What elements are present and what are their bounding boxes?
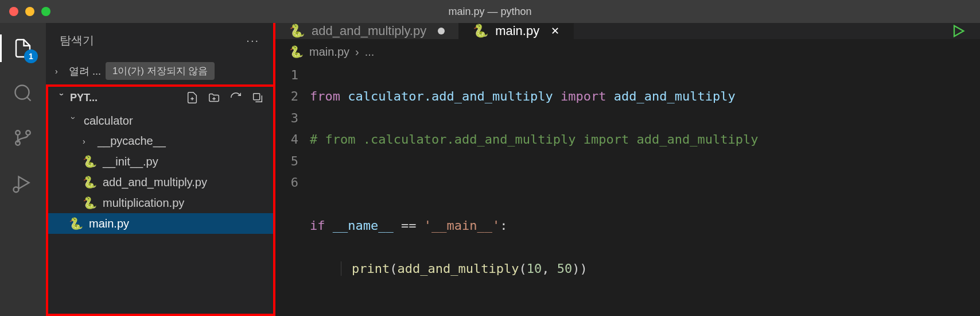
tab-main[interactable]: 🐍 main.py ✕ [459,23,574,39]
tree-item-label: calculator [84,114,133,128]
open-editors-label: 열려 ... [69,64,101,78]
tree-item-label: multiplication.py [103,196,184,210]
svg-line-1 [27,97,31,101]
chevron-down-icon: › [69,117,78,126]
chevron-right-icon: › [83,137,92,146]
code-token: : [500,218,507,233]
new-file-icon[interactable] [186,91,199,104]
project-tree-section: › PYT... › calculator › __pycache__ [46,84,273,316]
sidebar-title: 탐색기 [60,33,94,48]
code-token: from [310,89,340,103]
tree-item-label: __init__.py [103,155,158,168]
editor-area: 🐍 add_and_multiply.py 🐍 main.py ✕ 🐍 main… [275,23,980,316]
python-icon: 🐍 [289,45,304,59]
sidebar-header: 탐색기 ··· [46,23,273,57]
tree-file-init[interactable]: 🐍 __init__.py [48,151,273,172]
line-number: 4 [275,129,298,150]
window-title: main.py — python [448,6,531,18]
refresh-icon[interactable] [230,91,242,104]
tree-file-add-multiply[interactable]: 🐍 add_and_multiply.py [48,172,273,192]
file-tree: › calculator › __pycache__ 🐍 __init__.py… [48,109,273,236]
code-token: __name__ [333,218,394,233]
sidebar-more-icon[interactable]: ··· [246,34,259,47]
svg-point-6 [14,187,19,192]
close-window-button[interactable] [9,7,18,16]
git-branch-icon [13,128,33,148]
breadcrumb-rest: ... [365,45,375,59]
explorer-activity[interactable]: 1 [9,34,37,62]
play-icon [950,23,966,39]
code-token: import [561,89,606,103]
code-token: add_and_multiply [614,89,736,103]
tree-folder-calculator[interactable]: › calculator [48,111,273,131]
line-number: 1 [275,64,298,86]
search-activity[interactable] [9,79,37,107]
breadcrumb-file: main.py [309,45,349,59]
code-token: print [352,261,390,276]
chevron-right-icon: › [55,67,64,76]
dirty-indicator-icon [438,28,445,34]
code-token: '__main__' [424,218,500,233]
python-icon: 🐍 [69,217,83,230]
svg-point-3 [26,130,30,135]
tree-item-label: add_and_multiply.py [103,176,207,189]
project-header[interactable]: › PYT... [48,87,273,109]
code-token: # from .calculator.add_and_multiply impo… [310,132,758,147]
code-token: 10 [527,261,542,276]
tab-label: add_and_multiply.py [312,24,426,38]
python-icon: 🐍 [289,24,305,38]
collapse-all-icon[interactable] [251,91,264,104]
chevron-down-icon: › [57,93,67,102]
python-icon: 🐍 [83,155,97,168]
code-token: 50 [557,261,573,276]
search-icon [13,83,33,103]
window-controls [9,7,50,16]
unsaved-badge: 1이(가) 저장되지 않음 [106,62,215,80]
new-folder-icon[interactable] [208,91,220,104]
tree-file-main[interactable]: 🐍 main.py [48,213,273,234]
code-token: == [401,218,417,233]
tab-label: main.py [495,24,539,38]
line-number: 3 [275,107,298,129]
source-control-activity[interactable] [9,124,37,152]
code-editor[interactable]: 1 2 3 4 5 6 from calculator.add_and_mult… [275,64,980,316]
code-token: if [310,218,325,233]
project-name: PYT... [70,92,98,104]
chevron-right-icon: › [355,45,359,59]
run-button[interactable] [936,23,980,39]
debug-icon [13,172,33,193]
minimize-window-button[interactable] [25,7,34,16]
tabs-row: 🐍 add_and_multiply.py 🐍 main.py ✕ [275,23,980,39]
open-editors-section[interactable]: › 열려 ... 1이(가) 저장되지 않음 [46,57,273,84]
explorer-badge: 1 [24,49,38,63]
code-content[interactable]: from calculator.add_and_multiply import … [310,64,980,316]
code-token: add_and_multiply [397,261,519,276]
activity-bar: 1 [0,23,46,316]
tree-folder-pycache[interactable]: › __pycache__ [48,131,273,151]
tree-item-label: __pycache__ [98,134,166,148]
python-icon: 🐍 [83,175,97,189]
line-number: 6 [275,172,298,193]
tree-file-multiplication[interactable]: 🐍 multiplication.py [48,192,273,213]
project-actions [186,91,264,104]
svg-point-0 [15,86,29,99]
python-icon: 🐍 [473,24,488,38]
breadcrumb[interactable]: 🐍 main.py › ... [275,39,980,64]
close-tab-icon[interactable]: ✕ [551,25,559,37]
line-gutter: 1 2 3 4 5 6 [275,64,310,316]
svg-marker-12 [954,26,963,37]
line-number: 5 [275,151,298,172]
code-token: calculator.add_and_multiply [348,89,553,103]
debug-activity[interactable] [9,169,37,196]
titlebar: main.py — python [0,0,980,23]
tree-item-label: main.py [89,217,129,230]
tab-add-and-multiply[interactable]: 🐍 add_and_multiply.py [275,23,459,39]
maximize-window-button[interactable] [41,7,50,16]
explorer-sidebar: 탐색기 ··· › 열려 ... 1이(가) 저장되지 않음 › PYT... [46,23,275,316]
svg-marker-5 [19,177,29,189]
python-icon: 🐍 [83,196,97,210]
svg-point-2 [15,130,20,135]
line-number: 2 [275,86,298,107]
svg-rect-11 [254,94,260,100]
